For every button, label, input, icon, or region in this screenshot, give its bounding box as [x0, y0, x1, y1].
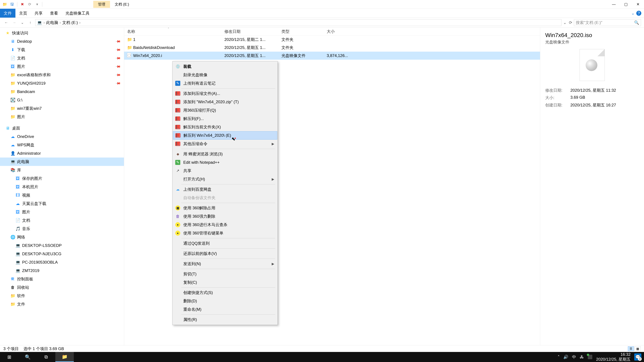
ribbon-tab[interactable]: 主页: [16, 9, 31, 17]
tray-volume-icon[interactable]: 🔊: [563, 355, 568, 359]
context-menu-item[interactable]: ▦使用 360解除占用: [173, 204, 277, 212]
taskbar[interactable]: ⊞ 🔍 ⧉ 📁 ˄ 🔊 中 🖧 ⬛ 16:32 2020/12/25, 星期五 …: [0, 352, 644, 362]
breadcrumb-segment[interactable]: 文档 (E:): [62, 20, 78, 25]
refresh-icon[interactable]: ⟳: [569, 20, 572, 25]
context-menu[interactable]: 💿装载·刻录光盘映像✎上传到有道云笔记📕添加到压缩文件(A)...📕添加到 "W…: [172, 61, 278, 325]
ribbon-collapse-icon[interactable]: ⌄: [631, 11, 634, 15]
nav-item[interactable]: 💻 此电脑: [0, 158, 124, 166]
tray-ime-icon[interactable]: 中: [572, 354, 576, 360]
context-menu-item[interactable]: ◆用 蜂蜜浏览器 浏览(3): [173, 150, 277, 158]
tray-app-icon[interactable]: ⬛: [588, 355, 592, 359]
nav-item[interactable]: 👤 Administrator: [0, 149, 124, 158]
context-menu-item[interactable]: ·发送到(N)▶: [173, 260, 277, 268]
view-icons-button[interactable]: ▦: [634, 347, 641, 351]
taskbar-clock[interactable]: 16:32 2020/12/25, 星期五: [596, 352, 630, 362]
context-menu-item[interactable]: 📕解压到 Win7x64_2020\ (E): [173, 131, 277, 140]
context-menu-item[interactable]: ●使用 360进行木马云查杀: [173, 221, 277, 229]
address-dropdown-icon[interactable]: ⌄: [563, 20, 566, 25]
context-menu-item[interactable]: ·通过QQ发送到: [173, 239, 277, 248]
context-menu-item[interactable]: ·打开方式(H)▶: [173, 175, 277, 183]
nav-desktop-root[interactable]: 🖥 桌面: [0, 124, 124, 132]
context-menu-item[interactable]: ·创建快捷方式(S): [173, 289, 277, 297]
context-menu-item[interactable]: ☁上传到百度网盘: [173, 185, 277, 194]
nav-item[interactable]: 🖥 Desktop 📌: [0, 37, 124, 45]
ribbon-tab-file[interactable]: 文件: [0, 9, 16, 17]
nav-item[interactable]: 🖼 保存的图片: [0, 174, 124, 183]
minimize-button[interactable]: —: [608, 0, 620, 9]
context-menu-item[interactable]: 📕解压到(F)...: [173, 114, 277, 123]
breadcrumb[interactable]: 💻 › 此电脑 › 文档 (E:) ›: [35, 19, 562, 26]
maximize-button[interactable]: ▢: [620, 0, 632, 9]
context-menu-item[interactable]: ·刻录光盘映像: [173, 71, 277, 79]
nav-item[interactable]: 📁 图片: [0, 113, 124, 121]
context-menu-item[interactable]: ·重命名(M): [173, 305, 277, 314]
nav-item[interactable]: ☁ OneDrive: [0, 132, 124, 141]
nav-item[interactable]: 📁 文件: [0, 300, 124, 308]
tray-overflow-icon[interactable]: ˄: [558, 355, 560, 359]
close-button[interactable]: ✕: [632, 0, 644, 9]
qat-more-icon[interactable]: ▾: [34, 1, 40, 7]
context-menu-item[interactable]: 💿装载: [173, 62, 277, 71]
nav-item[interactable]: 🎵 音乐: [0, 225, 124, 233]
context-menu-item[interactable]: 📕解压到当前文件夹(X): [173, 123, 277, 131]
column-type[interactable]: 类型: [282, 29, 327, 34]
context-menu-item[interactable]: ·属性(R): [173, 316, 277, 324]
nav-back-button[interactable]: ←: [3, 19, 10, 26]
task-view-button[interactable]: ⧉: [37, 352, 55, 362]
nav-forward-button[interactable]: →: [11, 19, 18, 26]
context-menu-item[interactable]: ✎Edit with Notepad++: [173, 158, 277, 167]
context-menu-item[interactable]: ↗共享: [173, 167, 277, 175]
nav-item[interactable]: 🖼 本机照片: [0, 183, 124, 191]
taskbar-search-button[interactable]: 🔍: [18, 352, 37, 362]
nav-item[interactable]: 🖼 图片: [0, 208, 124, 216]
nav-item[interactable]: 📁 软件: [0, 292, 124, 300]
context-menu-item[interactable]: ·复制(C): [173, 278, 277, 287]
nav-item[interactable]: ⬇ 下载 📌: [0, 45, 124, 54]
help-icon[interactable]: ?: [636, 11, 641, 16]
context-menu-item[interactable]: ✎上传到有道云笔记: [173, 79, 277, 87]
nav-item[interactable]: 📁 Bandicam: [0, 87, 124, 96]
nav-item[interactable]: 🗑 回收站: [0, 283, 124, 292]
nav-item[interactable]: 🖼 图片 📌: [0, 62, 124, 71]
nav-item[interactable]: 📚 库: [0, 166, 124, 174]
context-menu-item[interactable]: ·删除(D): [173, 297, 277, 305]
context-menu-item[interactable]: ●使用 360管理右键菜单: [173, 229, 277, 237]
context-menu-item[interactable]: 📕其他压缩命令▶: [173, 140, 277, 148]
qat-redo-icon[interactable]: ⟳: [27, 1, 33, 7]
nav-item[interactable]: ☁ 天翼云盘下载: [0, 199, 124, 208]
nav-item[interactable]: 💻 DESKTOP-LSSOEDP: [0, 241, 124, 250]
navigation-pane[interactable]: ★ 快速访问 🖥 Desktop 📌⬇ 下载 📌📄 文档 📌🖼 图片 📌📁 ex…: [0, 27, 124, 345]
nav-item[interactable]: 📄 文档 📌: [0, 54, 124, 62]
nav-item[interactable]: ☁ WPS网盘: [0, 141, 124, 149]
context-menu-item[interactable]: 🗑使用 360强力删除: [173, 212, 277, 221]
nav-recent-button[interactable]: ⌄: [19, 19, 26, 26]
nav-item[interactable]: 📁 excel表格制作求和 📌: [0, 71, 124, 79]
context-menu-item[interactable]: ·剪切(T): [173, 270, 277, 278]
ribbon-tab[interactable]: 查看: [46, 9, 62, 17]
taskbar-explorer-button[interactable]: 📁: [55, 352, 74, 362]
nav-item[interactable]: 🛠 控制面板: [0, 275, 124, 283]
column-headers[interactable]: ˄ 名称 修改日期 类型 大小: [124, 27, 540, 35]
nav-item[interactable]: 💽 G:\: [0, 96, 124, 104]
qat-save-icon[interactable]: 🖫: [9, 1, 15, 7]
start-button[interactable]: ⊞: [0, 352, 18, 362]
column-size[interactable]: 大小: [327, 29, 360, 34]
nav-item[interactable]: 💻 DESKTOP-NJEU3CG: [0, 250, 124, 258]
context-menu-item[interactable]: 📕用360压缩打开(Q): [173, 106, 277, 114]
nav-up-button[interactable]: ↑: [27, 19, 34, 26]
qat-undo-icon[interactable]: ✖: [19, 1, 25, 7]
breadcrumb-segment[interactable]: 此电脑: [46, 20, 58, 25]
tray-network-icon[interactable]: 🖧: [580, 355, 584, 359]
context-menu-item[interactable]: ·还原以前的版本(V): [173, 249, 277, 258]
file-row[interactable]: 📁12020/12/15, 星期二 1...文件夹: [124, 35, 540, 43]
nav-item[interactable]: 🎞 视频: [0, 191, 124, 199]
nav-item[interactable]: 📄 文档: [0, 216, 124, 225]
column-date[interactable]: 修改日期: [224, 29, 282, 34]
search-input[interactable]: 搜索"文档 (E:)" 🔍: [574, 19, 641, 26]
context-menu-item[interactable]: 📕添加到 "Win7x64_2020.zip" (T): [173, 98, 277, 106]
ribbon-tab[interactable]: 光盘映像工具: [62, 9, 93, 17]
action-center-button[interactable]: 💬 3: [634, 354, 641, 361]
nav-quick-access[interactable]: ★ 快速访问: [0, 29, 124, 37]
nav-network[interactable]: 🌐 网络: [0, 233, 124, 241]
column-name[interactable]: 名称: [127, 29, 224, 34]
